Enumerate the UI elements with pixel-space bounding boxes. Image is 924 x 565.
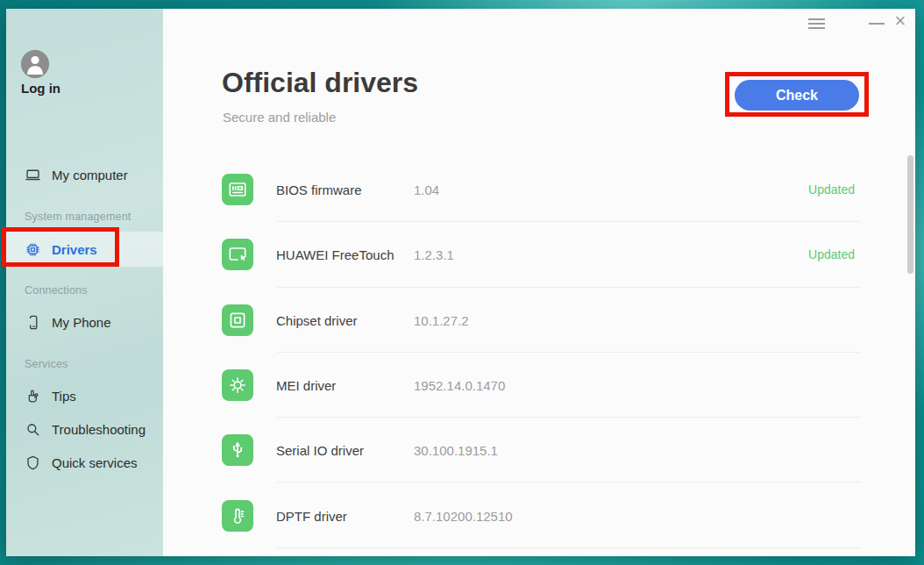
driver-name: DPTF driver xyxy=(276,508,347,523)
annotation-box-check xyxy=(725,72,869,117)
sidebar-section-services: Services xyxy=(25,358,68,370)
sidebar: Log in My computer System management Dri… xyxy=(6,9,163,556)
scrollbar-thumb[interactable] xyxy=(907,155,913,274)
sidebar-section-system-management: System management xyxy=(25,211,131,223)
sidebar-item-quick-services[interactable]: Quick services xyxy=(6,449,163,476)
sidebar-item-label: My Phone xyxy=(52,315,111,330)
sidebar-item-label: Quick services xyxy=(52,455,138,470)
desktop: { "app": { "accent_blue": "#4a7ce8", "ti… xyxy=(0,0,924,565)
sidebar-item-my-computer[interactable]: My computer xyxy=(6,161,163,188)
page-title: Official drivers xyxy=(222,67,418,99)
minimize-icon[interactable] xyxy=(865,13,888,34)
driver-version: 30.100.1915.1 xyxy=(414,443,498,458)
sidebar-item-label: My computer xyxy=(52,168,128,182)
laptop-icon xyxy=(25,167,41,183)
driver-version: 1.2.3.1 xyxy=(414,247,454,262)
avatar-icon xyxy=(21,50,49,78)
driver-version: 1952.14.0.1470 xyxy=(414,378,505,393)
sidebar-item-my-phone[interactable]: My Phone xyxy=(6,309,163,335)
driver-row[interactable]: BIOS firmware 1.04 Updated xyxy=(222,157,860,222)
close-icon[interactable]: × xyxy=(889,11,912,32)
sidebar-section-connections: Connections xyxy=(25,284,88,297)
thermometer-icon xyxy=(222,500,253,532)
driver-name: BIOS firmware xyxy=(276,182,362,197)
login-link[interactable]: Log in xyxy=(21,81,60,96)
drivers-list: BIOS firmware 1.04 Updated HUAWEI FreeTo… xyxy=(222,157,860,548)
magnifier-icon xyxy=(25,421,41,438)
bios-icon xyxy=(222,174,253,205)
driver-version: 8.7.10200.12510 xyxy=(414,508,513,523)
driver-status-badge: Updated xyxy=(808,182,855,197)
row-separator xyxy=(277,547,860,548)
driver-row[interactable]: Chipset driver 10.1.27.2 xyxy=(222,288,860,353)
annotation-box-drivers xyxy=(2,227,119,267)
driver-name: Chipset driver xyxy=(276,312,358,327)
sidebar-item-troubleshooting[interactable]: Troubleshooting xyxy=(6,416,163,442)
touchpad-icon xyxy=(222,239,253,270)
driver-status-badge: Updated xyxy=(808,247,855,261)
driver-version: 1.04 xyxy=(414,182,439,197)
sidebar-item-label: Tips xyxy=(52,389,76,404)
avatar[interactable] xyxy=(21,50,49,78)
driver-row[interactable]: DPTF driver 8.7.10200.12510 xyxy=(222,483,860,547)
page-subtitle: Secure and reliable xyxy=(223,110,336,125)
sidebar-item-tips[interactable]: Tips xyxy=(6,383,163,409)
sidebar-item-label: Troubleshooting xyxy=(52,422,146,437)
driver-name: HUAWEI FreeTouch xyxy=(276,247,394,262)
shield-icon xyxy=(25,454,41,471)
mei-icon xyxy=(222,369,253,401)
driver-name: MEI driver xyxy=(276,378,336,393)
phone-icon xyxy=(25,314,41,331)
menu-icon[interactable] xyxy=(805,13,828,34)
driver-row[interactable]: Serial IO driver 30.100.1915.1 xyxy=(222,418,860,483)
driver-row[interactable]: MEI driver 1952.14.0.1470 xyxy=(222,353,860,418)
tips-icon xyxy=(25,388,41,404)
driver-version: 10.1.27.2 xyxy=(414,312,469,327)
usb-icon xyxy=(222,434,253,466)
driver-row[interactable]: HUAWEI FreeTouch 1.2.3.1 Updated xyxy=(222,222,860,287)
driver-name: Serial IO driver xyxy=(276,443,364,458)
chipset-icon xyxy=(222,304,253,336)
